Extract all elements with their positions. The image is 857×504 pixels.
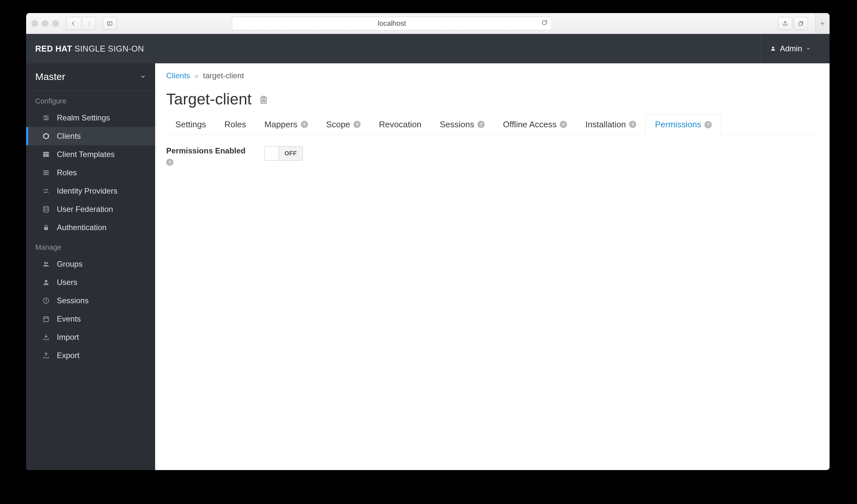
sidebar-item-authentication[interactable]: Authentication: [26, 219, 155, 237]
help-icon[interactable]: ?: [477, 121, 485, 128]
clock-icon: [42, 297, 50, 304]
traffic-minimize[interactable]: [42, 20, 48, 27]
svg-rect-6: [44, 152, 49, 153]
sliders-icon: [42, 114, 50, 121]
browser-window: localhost + RED HAT SINGLE SIGN-ON Admin: [26, 13, 829, 470]
svg-rect-8: [46, 154, 49, 157]
help-icon[interactable]: ?: [353, 121, 360, 128]
delete-client-button[interactable]: [259, 90, 268, 108]
sidebar-item-label: Client Templates: [57, 150, 115, 159]
back-button[interactable]: [66, 17, 80, 30]
svg-point-9: [44, 206, 49, 208]
tab-settings[interactable]: Settings: [166, 115, 215, 134]
section-configure-label: Configure: [26, 90, 155, 109]
sidebar-item-label: Export: [57, 351, 79, 360]
browser-chrome: localhost +: [26, 13, 829, 34]
breadcrumb-separator: »: [195, 72, 198, 80]
main-content: Clients » target-client Target-client Se…: [155, 63, 829, 470]
breadcrumb-root[interactable]: Clients: [166, 71, 190, 80]
list-icon: [42, 169, 50, 176]
tab-label: Permissions: [655, 120, 701, 129]
new-tab-button[interactable]: +: [815, 13, 829, 34]
window-traffic-lights: [31, 20, 59, 27]
chrome-right-buttons: [778, 17, 808, 30]
address-bar[interactable]: localhost: [232, 17, 552, 30]
sidebar-toggle-button[interactable]: [103, 17, 117, 30]
sidebar-item-label: Sessions: [57, 296, 88, 305]
user-menu[interactable]: Admin: [760, 34, 820, 63]
tabs-icon: [798, 21, 804, 27]
svg-rect-10: [45, 227, 48, 230]
sidebar-item-identity-providers[interactable]: Identity Providers: [26, 182, 155, 200]
sidebar-item-label: Users: [57, 278, 78, 287]
sidebar-item-label: Events: [57, 314, 81, 324]
permissions-enabled-row: Permissions Enabled ? OFF: [166, 146, 819, 166]
template-icon: [42, 151, 50, 158]
tab-label: Sessions: [440, 120, 474, 129]
sidebar-item-clients[interactable]: Clients: [26, 127, 155, 145]
tabs-button[interactable]: [794, 17, 808, 30]
svg-rect-15: [44, 317, 49, 322]
section-manage-label: Manage: [26, 237, 155, 255]
help-icon[interactable]: ?: [166, 159, 173, 166]
tab-label: Offline Access: [503, 120, 556, 129]
sidebar-item-label: Identity Providers: [57, 186, 117, 195]
chevron-right-icon: [86, 21, 92, 27]
svg-point-4: [47, 117, 49, 119]
chevron-left-icon: [70, 21, 77, 27]
import-icon: [42, 334, 50, 341]
svg-point-12: [46, 262, 48, 264]
brand-bold: RED HAT: [35, 44, 72, 53]
sidebar-item-events[interactable]: Events: [26, 310, 155, 328]
chevron-down-icon: [806, 46, 811, 51]
sidebar-item-client-templates[interactable]: Client Templates: [26, 145, 155, 163]
sidebar: Master Configure Realm Settings Clients …: [26, 63, 155, 470]
permissions-enabled-label: Permissions Enabled ?: [166, 146, 251, 166]
breadcrumb: Clients » target-client: [166, 71, 819, 80]
address-text: localhost: [378, 19, 406, 28]
tab-roles[interactable]: Roles: [215, 115, 255, 134]
tab-revocation[interactable]: Revocation: [370, 115, 431, 134]
sidebar-item-export[interactable]: Export: [26, 346, 155, 365]
breadcrumb-current: target-client: [203, 71, 243, 80]
sidebar-item-realm-settings[interactable]: Realm Settings: [26, 109, 155, 127]
sidebar-item-sessions[interactable]: Sessions: [26, 292, 155, 310]
page-title: Target-client: [166, 90, 819, 108]
groups-icon: [42, 260, 50, 268]
forward-button[interactable]: [82, 17, 96, 30]
tab-label: Scope: [326, 120, 350, 129]
tab-offline-access[interactable]: Offline Access?: [494, 115, 576, 134]
tabs: Settings Roles Mappers? Scope? Revocatio…: [166, 115, 819, 135]
toggle-knob: [265, 146, 279, 160]
sidebar-item-groups[interactable]: Groups: [26, 255, 155, 273]
sidebar-item-label: Authentication: [57, 223, 106, 232]
share-button[interactable]: [778, 17, 792, 30]
tab-permissions[interactable]: Permissions?: [645, 115, 721, 135]
traffic-close[interactable]: [31, 20, 38, 27]
svg-rect-2: [799, 22, 802, 25]
panel-icon: [107, 21, 113, 27]
tab-mappers[interactable]: Mappers?: [255, 115, 317, 134]
sidebar-item-roles[interactable]: Roles: [26, 163, 155, 182]
tab-scope[interactable]: Scope?: [317, 115, 370, 134]
help-icon[interactable]: ?: [705, 121, 712, 128]
help-icon[interactable]: ?: [629, 121, 636, 128]
sidebar-item-users[interactable]: Users: [26, 273, 155, 292]
tab-installation[interactable]: Installation?: [576, 115, 645, 134]
tab-sessions[interactable]: Sessions?: [431, 115, 494, 134]
calendar-icon: [42, 315, 50, 323]
help-icon[interactable]: ?: [301, 121, 308, 128]
user-icon: [42, 279, 50, 286]
sidebar-item-label: Clients: [57, 132, 81, 141]
permissions-enabled-toggle[interactable]: OFF: [264, 146, 303, 161]
user-icon: [770, 46, 776, 52]
brand-light: SINGLE SIGN-ON: [74, 44, 144, 53]
realm-selector[interactable]: Master: [26, 63, 155, 90]
sidebar-item-import[interactable]: Import: [26, 328, 155, 346]
reload-button[interactable]: [541, 19, 548, 28]
svg-point-13: [45, 280, 47, 282]
traffic-zoom[interactable]: [52, 20, 59, 27]
help-icon[interactable]: ?: [560, 121, 567, 128]
tab-label: Installation: [585, 120, 626, 129]
sidebar-item-user-federation[interactable]: User Federation: [26, 200, 155, 219]
